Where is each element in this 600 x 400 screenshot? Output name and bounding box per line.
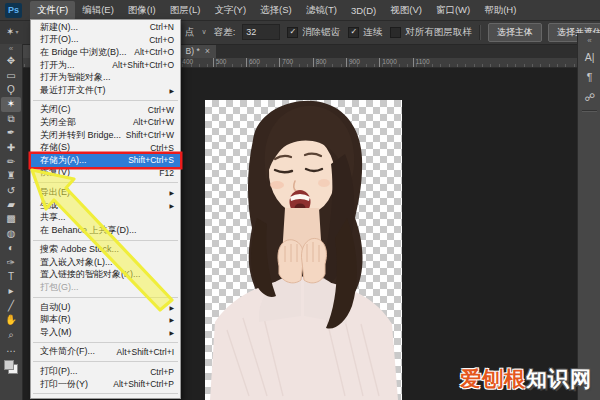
options-button[interactable]: 选择主体 <box>488 23 542 42</box>
menubar-item[interactable]: 图像(I) <box>121 1 163 20</box>
gradient-tool[interactable]: ▩ <box>1 212 21 226</box>
type-tool[interactable]: T <box>1 270 21 284</box>
menu-item-shortcut: Ctrl+P <box>150 367 174 377</box>
menu-item-shortcut: Alt+Shift+Ctrl+O <box>112 60 174 70</box>
menu-item[interactable]: 共享... ▶ <box>31 211 180 224</box>
document-canvas[interactable] <box>205 100 402 400</box>
options-divider <box>479 25 481 40</box>
magic-wand-icon: ✶ <box>6 26 14 37</box>
clone-stamp-tool[interactable]: ♜ <box>1 169 21 183</box>
submenu-arrow-icon: ▶ <box>169 304 174 311</box>
tool-preset-picker[interactable]: ✶ ▾ <box>6 23 30 40</box>
marquee-tool[interactable]: ▭ <box>1 68 21 82</box>
menu-item-shortcut: Alt+Shift+Ctrl+I <box>117 347 174 357</box>
menu-item[interactable]: 置入链接的智能对象(K)... ▶ <box>31 269 180 282</box>
collapse-panel-icon[interactable]: « <box>9 44 13 54</box>
menu-item[interactable]: 搜索 Adobe Stock... ▶ <box>31 244 180 257</box>
ruler-tick-label: 800 <box>313 58 346 67</box>
pen-tool[interactable]: ✑ <box>1 255 21 269</box>
options-checkbox[interactable]: ✓ 消除锯齿 <box>287 26 340 39</box>
menu-item-label: 生成 <box>40 199 58 212</box>
path-select-tool[interactable]: ▸ <box>1 284 21 298</box>
menubar-item[interactable]: 图层(L) <box>163 1 208 20</box>
menu-item-label: 最近打开文件(T) <box>40 84 106 97</box>
menu-item[interactable]: 打印(P)... Ctrl+P ▶ <box>31 365 180 378</box>
menubar-item[interactable]: 帮助(H) <box>477 1 523 20</box>
menu-item[interactable]: ▶ <box>31 390 180 397</box>
menu-item[interactable]: 打开为... Alt+Shift+Ctrl+O ▶ <box>31 59 180 72</box>
line-tool[interactable]: ╱ <box>1 299 21 313</box>
menubar-item[interactable]: 视图(V) <box>383 1 429 20</box>
menu-item[interactable]: 在 Behance 上共享(D)... ▶ <box>31 224 180 237</box>
menu-item-label: 在 Behance 上共享(D)... <box>40 224 137 237</box>
menubar-item[interactable]: 编辑(E) <box>75 1 121 20</box>
menu-item[interactable]: 存储(S) Ctrl+S ▶ <box>31 141 180 154</box>
foreground-background-colors[interactable] <box>4 360 18 374</box>
menu-item[interactable]: 打印一份(Y) Alt+Shift+Ctrl+P ▶ <box>31 378 180 391</box>
menu-item[interactable]: 打包(G)... ▶ <box>31 281 180 294</box>
photoshop-window: Ps 文件(F) 编辑(E) 图像(I) 图层(L) 文字(Y) 选择(S) 滤… <box>0 0 600 400</box>
healing-brush-tool[interactable]: ✚ <box>1 140 21 154</box>
move-tool[interactable]: ✥ <box>1 54 21 68</box>
submenu-arrow-icon: ▶ <box>169 87 174 94</box>
blur-tool[interactable]: ◍ <box>1 227 21 241</box>
menu-item[interactable]: 打开(O)... Ctrl+O ▶ <box>31 34 180 47</box>
menu-item-shortcut: Alt+Ctrl+W <box>133 117 174 127</box>
more-tools[interactable]: … <box>1 342 21 356</box>
libraries-panel[interactable]: ☍ <box>579 87 600 107</box>
menu-item-shortcut: Ctrl+O <box>149 35 174 45</box>
panel-divider <box>582 110 597 112</box>
options-checkbox[interactable]: ✓ 对所有图层取样 <box>390 26 472 39</box>
ruler-tick-label: 500 <box>213 58 246 67</box>
ruler-tick-label: 1000 <box>379 58 412 67</box>
menu-item[interactable]: 恢复(V) F12 ▶ <box>31 167 180 180</box>
paragraph-panel[interactable]: ¶ <box>579 67 600 87</box>
tolerance-input[interactable] <box>242 24 280 40</box>
lasso-tool[interactable]: Ϙ <box>1 83 21 97</box>
close-tab-icon[interactable]: × <box>205 46 210 56</box>
brush-tool[interactable]: ✏ <box>1 155 21 169</box>
checkbox-icon: ✓ <box>390 27 401 38</box>
menu-item[interactable]: 导出(E) ▶ <box>31 186 180 199</box>
character-panel[interactable]: A| <box>579 47 600 67</box>
menubar-item[interactable]: 文字(Y) <box>207 1 253 20</box>
menu-item[interactable]: 生成 ▶ <box>31 199 180 212</box>
eraser-tool[interactable]: ▰ <box>1 198 21 212</box>
menu-item[interactable]: 置入嵌入对象(L)... ▶ <box>31 256 180 269</box>
menu-item[interactable]: 在 Bridge 中浏览(B)... Alt+Ctrl+O ▶ <box>31 46 180 59</box>
watermark-orange-text: 爱刨根 <box>460 367 526 390</box>
menu-item[interactable]: 最近打开文件(T) ▶ <box>31 84 180 97</box>
menu-item[interactable]: 关闭并转到 Bridge... Shift+Ctrl+W ▶ <box>31 129 180 142</box>
menu-item[interactable]: 文件简介(F)... Alt+Shift+Ctrl+I ▶ <box>31 346 180 359</box>
eyedropper-tool[interactable]: ✒ <box>1 126 21 140</box>
menu-item[interactable]: 打开为智能对象... ▶ <box>31 71 180 84</box>
menubar-item[interactable]: 文件(F) <box>30 1 75 20</box>
options-checkbox[interactable]: ✓ 连续 <box>348 26 382 39</box>
tools-panel: « ✥ ▭ Ϙ ✶ ⧉ ✒ ✚ ✏ ♜ ↺ ▰ <box>0 44 23 400</box>
menubar-item[interactable]: 选择(S) <box>253 1 299 20</box>
menu-item[interactable]: 存储为(A)... Shift+Ctrl+S ▶ <box>31 154 180 167</box>
menu-item[interactable]: 导入(M) ▶ <box>31 326 180 339</box>
expand-panels-icon[interactable]: « <box>587 35 591 47</box>
menu-item-label: 打开为智能对象... <box>40 71 111 84</box>
menubar-item[interactable]: 滤镜(T) <box>299 1 344 20</box>
chevron-down-icon[interactable]: ∨ <box>202 28 207 36</box>
dodge-tool[interactable]: ◐ <box>1 241 21 255</box>
menu-item[interactable]: 关闭全部 Alt+Ctrl+W ▶ <box>31 116 180 129</box>
hand-tool[interactable]: ✋ <box>1 313 21 327</box>
crop-tool[interactable]: ⧉ <box>1 112 21 126</box>
menu-item-label: 导出(E) <box>40 186 70 199</box>
menu-item[interactable]: 关闭(C) Ctrl+W ▶ <box>31 104 180 117</box>
zoom-tool[interactable]: ⌕ <box>1 327 21 341</box>
submenu-arrow-icon: ▶ <box>169 202 174 209</box>
menubar-item[interactable]: 窗口(W) <box>429 1 477 20</box>
history-brush-tool[interactable]: ↺ <box>1 184 21 198</box>
menu-item-shortcut: Alt+Shift+Ctrl+P <box>113 379 174 389</box>
menu-item[interactable]: 新建(N)... Ctrl+N ▶ <box>31 21 180 34</box>
menu-item[interactable]: 脚本(R) ▶ <box>31 313 180 326</box>
menu-item[interactable]: 自动(U) ▶ <box>31 301 180 314</box>
menu-item-label: 共享... <box>40 211 66 224</box>
submenu-arrow-icon: ▶ <box>169 189 174 196</box>
menubar-item[interactable]: 3D(D) <box>344 2 383 19</box>
magic-wand-tool[interactable]: ✶ <box>1 97 21 111</box>
